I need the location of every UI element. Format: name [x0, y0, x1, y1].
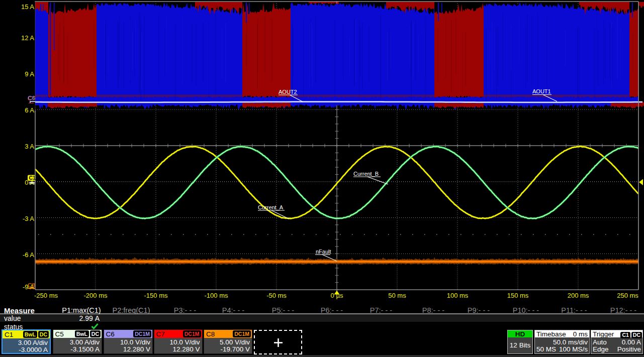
svg-text:0 µs: 0 µs: [331, 292, 343, 299]
svg-text:Current_A: Current_A: [258, 204, 284, 210]
svg-text:-100 ms: -100 ms: [205, 292, 228, 299]
svg-text:9 A: 9 A: [25, 70, 34, 78]
svg-text:-150 ms: -150 ms: [144, 292, 168, 299]
svg-text:6 A: 6 A: [25, 106, 34, 114]
svg-text:C6: C6: [28, 95, 36, 101]
svg-text:3 A: 3 A: [25, 143, 34, 150]
svg-text:250 ms: 250 ms: [617, 292, 638, 299]
svg-text:nFault: nFault: [316, 249, 331, 255]
svg-text:AOUT1: AOUT1: [532, 88, 551, 94]
svg-text:-50 ms: -50 ms: [266, 292, 287, 299]
svg-text:150 ms: 150 ms: [507, 292, 529, 299]
svg-text:200 ms: 200 ms: [568, 292, 589, 299]
svg-text:50 ms: 50 ms: [388, 292, 406, 299]
svg-text:C1: C1: [29, 175, 36, 181]
svg-text:-3 A: -3 A: [23, 215, 34, 222]
svg-text:15 A: 15 A: [21, 3, 34, 11]
svg-text:Current_B: Current_B: [353, 171, 379, 177]
svg-text:100 ms: 100 ms: [447, 292, 469, 299]
svg-text:AOUT2: AOUT2: [279, 89, 297, 95]
svg-text:12 A: 12 A: [21, 34, 34, 42]
svg-text:-250 ms: -250 ms: [34, 292, 58, 299]
svg-text:-200 ms: -200 ms: [84, 292, 108, 299]
svg-text:C8: C8: [28, 282, 35, 288]
svg-text:-6 A: -6 A: [23, 251, 34, 259]
